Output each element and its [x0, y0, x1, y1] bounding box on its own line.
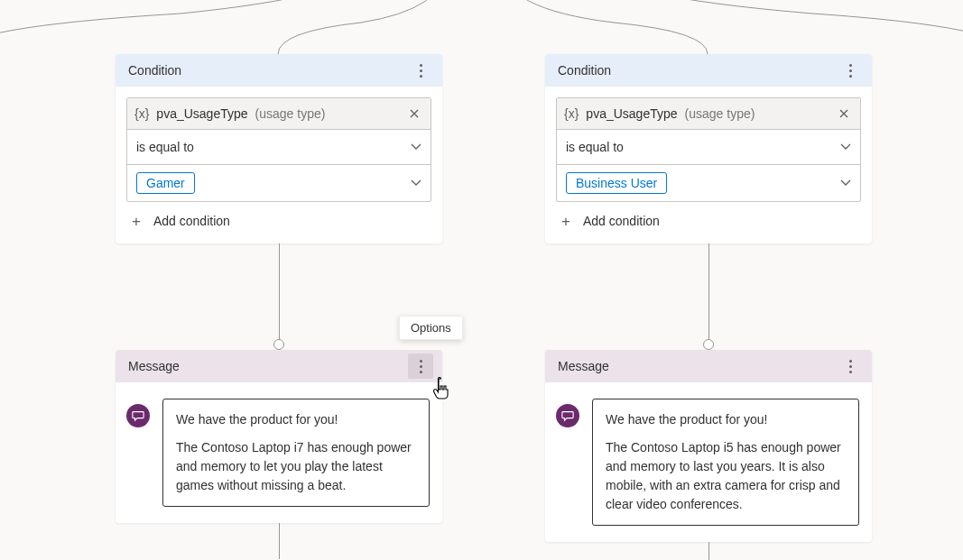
chevron-down-icon: [840, 178, 851, 188]
close-icon: [410, 109, 419, 118]
message-text-box[interactable]: We have the product for you! The Contoso…: [162, 399, 430, 507]
value-select[interactable]: Gamer: [127, 164, 431, 201]
add-condition-button[interactable]: + Add condition: [126, 202, 431, 233]
chevron-down-icon: [411, 142, 421, 152]
condition-body: {x} pva_UsageType (usage type) is equal …: [545, 87, 872, 243]
condition-header: Condition: [545, 54, 872, 87]
message-options-button[interactable]: [838, 353, 863, 379]
message-line1: We have the product for you!: [176, 410, 416, 429]
clear-variable-button[interactable]: [835, 105, 853, 123]
condition-title: Condition: [128, 63, 181, 78]
message-title: Message: [558, 359, 609, 373]
vertical-dots-icon: [849, 64, 852, 78]
message-options-button[interactable]: [408, 353, 433, 379]
branch-business: Condition {x} pva_UsageType (usage type)…: [545, 54, 872, 542]
add-condition-label: Add condition: [153, 214, 230, 228]
variable-label: (usage type): [685, 106, 755, 121]
message-header: Message: [116, 350, 442, 382]
condition-options-button[interactable]: [408, 58, 433, 83]
message-body: We have the product for you! The Contoso…: [545, 382, 872, 542]
connector-line: [279, 523, 280, 559]
plus-icon: +: [558, 213, 574, 229]
variable-token-icon: {x}: [134, 106, 149, 121]
connector-node[interactable]: [703, 339, 714, 350]
add-condition-button[interactable]: + Add condition: [556, 202, 861, 233]
vertical-dots-icon: [420, 360, 422, 373]
chat-icon: [556, 404, 579, 427]
message-card[interactable]: Message We have the product for you! The…: [116, 350, 442, 523]
condition-fields: {x} pva_UsageType (usage type) is equal …: [556, 97, 861, 202]
message-card[interactable]: Message We have the product for you! The…: [545, 350, 872, 542]
variable-row[interactable]: {x} pva_UsageType (usage type): [557, 98, 860, 130]
connector-line: [279, 243, 280, 339]
variable-token-icon: {x}: [564, 106, 579, 121]
value-select[interactable]: Business User: [557, 164, 860, 201]
condition-title: Condition: [558, 63, 611, 78]
chevron-down-icon: [411, 178, 421, 188]
value-tag: Gamer: [136, 172, 195, 194]
plus-icon: +: [128, 213, 144, 229]
connector-line: [708, 243, 709, 339]
variable-label: (usage type): [255, 106, 326, 121]
message-body: We have the product for you! The Contoso…: [116, 382, 442, 523]
variable-name: pva_UsageType: [586, 106, 677, 121]
clear-variable-button[interactable]: [405, 105, 423, 123]
message-line1: We have the product for you!: [606, 410, 846, 429]
options-tooltip: Options: [399, 316, 463, 340]
message-header: Message: [545, 350, 872, 382]
operator-value: is equal to: [566, 140, 624, 154]
operator-select[interactable]: is equal to: [127, 130, 431, 164]
close-icon: [839, 109, 848, 118]
add-condition-label: Add condition: [583, 214, 660, 228]
condition-card[interactable]: Condition {x} pva_UsageType (usage type)…: [116, 54, 442, 243]
condition-card[interactable]: Condition {x} pva_UsageType (usage type)…: [545, 54, 872, 243]
variable-name: pva_UsageType: [156, 106, 247, 121]
condition-header: Condition: [116, 54, 442, 87]
value-tag: Business User: [566, 172, 667, 194]
message-title: Message: [128, 359, 180, 373]
connector-node[interactable]: [273, 339, 284, 350]
connector-line: [708, 542, 709, 560]
operator-select[interactable]: is equal to: [557, 130, 860, 164]
message-line2: The Contoso Laptop i5 has enough power a…: [606, 438, 846, 514]
condition-options-button[interactable]: [838, 58, 863, 83]
variable-row[interactable]: {x} pva_UsageType (usage type): [127, 98, 431, 130]
condition-fields: {x} pva_UsageType (usage type) is equal …: [126, 97, 431, 202]
vertical-dots-icon: [420, 64, 422, 78]
chevron-down-icon: [840, 142, 851, 152]
operator-value: is equal to: [136, 140, 194, 154]
branch-gamer: Condition {x} pva_UsageType (usage type)…: [116, 54, 442, 523]
message-line2: The Contoso Laptop i7 has enough power a…: [176, 438, 416, 495]
vertical-dots-icon: [849, 360, 852, 373]
message-text-box[interactable]: We have the product for you! The Contoso…: [592, 399, 859, 526]
condition-body: {x} pva_UsageType (usage type) is equal …: [116, 87, 442, 243]
chat-icon: [126, 404, 150, 427]
